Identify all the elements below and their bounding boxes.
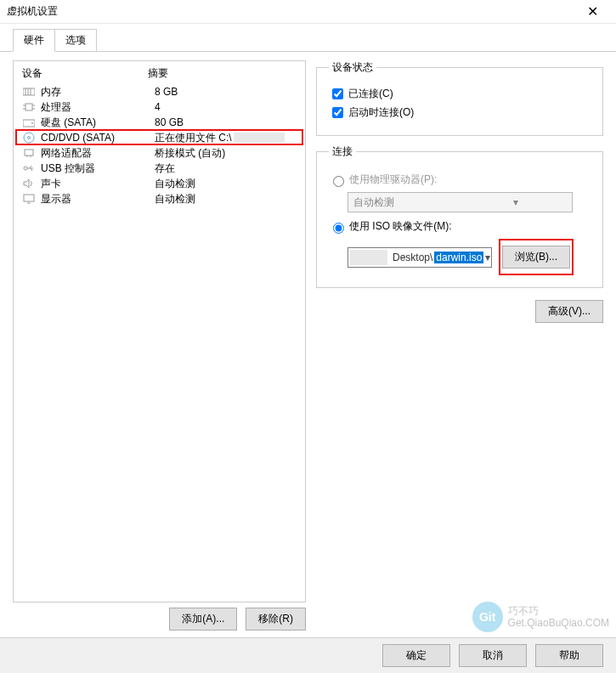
device-summary: 自动检测	[155, 192, 297, 206]
usb-icon	[22, 162, 36, 174]
svg-point-16	[24, 167, 27, 170]
connection-legend: 连接	[329, 144, 356, 159]
svg-rect-4	[25, 104, 32, 110]
chevron-down-icon: ▾	[461, 196, 573, 208]
use-physical-label: 使用物理驱动器(P):	[349, 172, 437, 187]
device-summary: 4	[155, 101, 297, 113]
svg-rect-13	[25, 150, 33, 156]
iso-path-redacted	[350, 250, 387, 265]
use-iso-radio[interactable]	[333, 223, 344, 234]
device-status-legend: 设备状态	[329, 60, 376, 75]
device-list: 设备 摘要 内存 8 GB 处理器 4 硬盘 (SATA) 80 GB CD/D…	[13, 60, 306, 602]
svg-point-10	[31, 122, 33, 124]
cd-icon	[22, 132, 36, 144]
iso-path-prefix: Desktop\	[387, 252, 434, 263]
svg-point-12	[28, 137, 31, 139]
highlight-browse: 浏览(B)...	[499, 239, 574, 275]
advanced-button[interactable]: 高级(V)...	[535, 300, 603, 323]
connected-checkbox-row[interactable]: 已连接(C)	[329, 86, 591, 102]
column-header-device: 设备	[22, 66, 148, 81]
physical-drive-combo: 自动检测 ▾	[348, 192, 573, 212]
device-summary: 80 GB	[155, 116, 297, 128]
svg-rect-0	[23, 88, 35, 95]
disk-icon	[22, 116, 36, 128]
connect-at-power-row[interactable]: 启动时连接(O)	[329, 105, 591, 121]
chevron-down-icon[interactable]: ▾	[483, 252, 491, 263]
cancel-button[interactable]: 取消	[459, 644, 527, 667]
device-label: USB 控制器	[41, 161, 155, 176]
device-row-processor[interactable]: 处理器 4	[14, 99, 305, 115]
memory-icon	[22, 86, 36, 98]
connect-at-power-checkbox[interactable]	[332, 107, 343, 118]
svg-rect-21	[24, 195, 34, 201]
device-row-cddvd[interactable]: CD/DVD (SATA) 正在使用文件 C:\	[14, 130, 305, 145]
device-label: 网络适配器	[41, 146, 155, 161]
device-row-usb[interactable]: USB 控制器 存在	[14, 161, 305, 176]
device-label: 声卡	[41, 177, 155, 191]
network-icon	[22, 147, 36, 159]
device-row-memory[interactable]: 内存 8 GB	[14, 84, 305, 99]
help-button[interactable]: 帮助	[535, 644, 603, 667]
sound-icon	[22, 178, 36, 189]
use-iso-row[interactable]: 使用 ISO 映像文件(M):	[329, 219, 591, 234]
cpu-icon	[22, 101, 36, 113]
device-status-group: 设备状态 已连接(C) 启动时连接(O)	[316, 60, 603, 136]
remove-button[interactable]: 移除(R)	[246, 608, 306, 631]
device-summary: 自动检测	[155, 177, 297, 191]
svg-point-11	[24, 133, 34, 143]
close-icon[interactable]: ✕	[575, 3, 609, 20]
physical-drive-value: 自动检测	[348, 195, 461, 210]
display-icon	[22, 193, 36, 205]
device-label: 硬盘 (SATA)	[41, 116, 155, 130]
device-label: 内存	[41, 85, 155, 99]
connected-label: 已连接(C)	[348, 87, 393, 101]
connected-checkbox[interactable]	[332, 88, 343, 99]
device-summary: 正在使用文件 C:\	[155, 131, 297, 145]
device-summary: 桥接模式 (自动)	[155, 146, 297, 161]
device-label: 处理器	[41, 100, 155, 115]
column-header-summary: 摘要	[148, 66, 168, 81]
use-physical-radio[interactable]	[333, 176, 344, 187]
device-row-network[interactable]: 网络适配器 桥接模式 (自动)	[14, 145, 305, 161]
device-summary: 8 GB	[155, 86, 297, 98]
device-label: CD/DVD (SATA)	[41, 132, 155, 144]
add-button[interactable]: 添加(A)...	[169, 608, 237, 631]
ok-button[interactable]: 确定	[382, 644, 450, 667]
svg-marker-20	[24, 179, 29, 188]
window-title: 虚拟机设置	[7, 4, 575, 19]
device-row-sound[interactable]: 声卡 自动检测	[14, 176, 305, 191]
tab-hardware[interactable]: 硬件	[13, 29, 55, 52]
iso-path-input[interactable]: Desktop\darwin.iso ▾	[348, 247, 492, 268]
use-iso-label: 使用 ISO 映像文件(M):	[349, 219, 452, 234]
device-row-disk[interactable]: 硬盘 (SATA) 80 GB	[14, 115, 305, 130]
connect-at-power-label: 启动时连接(O)	[348, 105, 414, 120]
device-summary: 存在	[155, 161, 297, 176]
connection-group: 连接 使用物理驱动器(P): 自动检测 ▾ 使用 ISO 映像文件(M): De…	[316, 144, 603, 288]
device-label: 显示器	[41, 192, 155, 206]
use-physical-row[interactable]: 使用物理驱动器(P):	[329, 172, 591, 187]
iso-path-selection: darwin.iso	[434, 252, 483, 263]
browse-button[interactable]: 浏览(B)...	[502, 246, 570, 269]
tab-options[interactable]: 选项	[54, 29, 97, 52]
device-row-display[interactable]: 显示器 自动检测	[14, 191, 305, 206]
